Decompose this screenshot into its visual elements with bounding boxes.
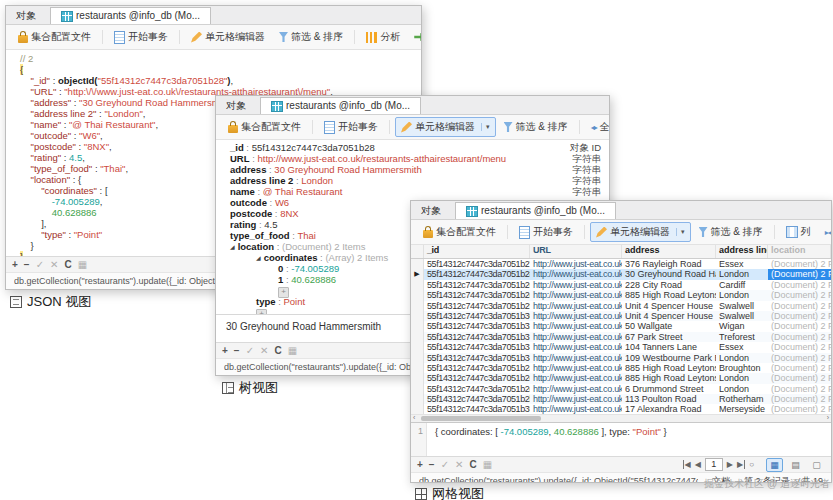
grid-cell[interactable]: 30 Greyhound Road Hamm	[622, 269, 716, 279]
grid-small-icon[interactable]: ▦	[288, 344, 297, 357]
grid-cell[interactable]: Swalwell	[716, 301, 768, 311]
grid-cell[interactable]: 55f14312c7447c3da7051b34	[424, 353, 530, 363]
scrollbar-thumb[interactable]	[421, 416, 541, 421]
grid-cell[interactable]: Swalwell	[716, 311, 768, 321]
collection-profile-button[interactable]: 集合配置文件	[417, 222, 502, 242]
grid-cell[interactable]: http://www.just-eat.co.uk/r	[530, 311, 622, 321]
grid-cell[interactable]: 376 Rayleigh Road	[622, 259, 716, 269]
grid-cell[interactable]: 50 Wallgate	[622, 321, 716, 331]
cancel-icon[interactable]: ✕	[260, 344, 268, 357]
grid-cell[interactable]: Wigan	[716, 321, 768, 331]
table-row[interactable]: 55f14312c7447c3da7051b2bhttp://www.just-…	[411, 394, 831, 404]
column-header[interactable]: URL	[530, 245, 622, 258]
table-row[interactable]: 55f14312c7447c3da7051b32http://www.just-…	[411, 321, 831, 331]
column-header[interactable]: address line 2	[716, 245, 768, 258]
row-gutter[interactable]	[411, 373, 424, 383]
grid-cell[interactable]: 17 Alexandra Road	[622, 404, 716, 414]
tab-objects[interactable]: 对象	[411, 203, 451, 219]
grid-cell[interactable]: Cardiff	[716, 280, 768, 290]
row-gutter[interactable]	[411, 321, 424, 331]
grid-cell[interactable]: http://www.just-eat.co.uk/r	[530, 394, 622, 404]
row-gutter[interactable]	[411, 384, 424, 394]
grid-cell[interactable]: 885 High Road Leytonstone	[622, 363, 716, 373]
dropdown-arrow-icon[interactable]: ▾	[481, 123, 490, 131]
table-row[interactable]: 55f14312c7447c3da7051b35http://www.just-…	[411, 404, 831, 414]
grid-cell[interactable]: 55f14312c7447c3da7051b2e	[424, 290, 530, 300]
refresh-icon[interactable]: C	[274, 344, 281, 357]
grid-cell[interactable]: (Document) 2 Fields	[768, 290, 831, 300]
page-number-input[interactable]: 1	[705, 458, 723, 471]
table-row[interactable]: 55f14312c7447c3da7051b31http://www.just-…	[411, 332, 831, 342]
grid-cell[interactable]: (Document) 2 Fields	[768, 342, 831, 352]
grid-cell[interactable]: Treforest	[716, 332, 768, 342]
row-gutter[interactable]	[411, 332, 424, 342]
grid-cell[interactable]: 113 Poulton Road	[622, 394, 716, 404]
first-page-icon[interactable]: ◀	[683, 460, 691, 469]
grid-cell[interactable]: 55f14312c7447c3da7051b2d	[424, 384, 530, 394]
grid-cell[interactable]: 55f14312c7447c3da7051b33	[424, 342, 530, 352]
grid-cell[interactable]: http://www.just-eat.co.uk/r	[530, 290, 622, 300]
grid-cell[interactable]: 109 Westbourne Park Road	[622, 353, 716, 363]
commit-icon[interactable]: ✓	[441, 458, 449, 471]
grid-cell[interactable]: http://www.just-eat.co.uk/r	[530, 363, 622, 373]
grid-cell[interactable]: http://www.just-eat.co.uk/r	[530, 269, 622, 279]
scroll-right-icon[interactable]: ›	[827, 414, 829, 421]
table-row[interactable]: 55f14312c7447c3da7051b2fhttp://www.just-…	[411, 301, 831, 311]
grid-view-toggle[interactable]: ▦	[766, 458, 783, 472]
row-gutter[interactable]: ▶	[411, 269, 424, 279]
grid-cell[interactable]: (Document) 2 Fields	[768, 404, 831, 414]
grid-cell[interactable]: Broughton	[716, 363, 768, 373]
start-transaction-button[interactable]: 开始事务	[318, 117, 384, 137]
expand-all-button[interactable]: ◂▸全部展开	[585, 117, 610, 137]
grid-cell[interactable]: Essex	[716, 342, 768, 352]
horizontal-scrollbar[interactable]: ‹ ›	[411, 414, 831, 422]
table-row[interactable]: 55f14312c7447c3da7051b30http://www.just-…	[411, 311, 831, 321]
grid-cell[interactable]: http://www.just-eat.co.uk/r	[530, 301, 622, 311]
grid-cell[interactable]: 55f14312c7447c3da7051b2c	[424, 373, 530, 383]
grid-cell[interactable]: (Document) 2 Fields	[768, 332, 831, 342]
grid-cell[interactable]: 55f14312c7447c3da7051b2a	[424, 363, 530, 373]
json-view-toggle[interactable]: ▢	[808, 458, 825, 472]
row-gutter[interactable]	[411, 280, 424, 290]
grid-cell[interactable]: http://www.just-eat.co.uk/r	[530, 259, 622, 269]
grid-cell[interactable]: 55f14312c7447c3da7051b26	[424, 280, 530, 290]
tree-row[interactable]: _id : 55f14312c7447c3da7051b28对象 ID	[216, 142, 609, 153]
next-page-icon[interactable]: ▶	[727, 460, 733, 469]
tree-row[interactable]: URL : http://www.just-eat.co.uk/restaura…	[216, 153, 609, 164]
last-page-icon[interactable]: ▶	[737, 460, 745, 469]
filter-sort-button[interactable]: 筛选 & 排序	[693, 222, 769, 242]
grid-cell[interactable]: Unit 4 Spencer House	[622, 311, 716, 321]
stop-icon[interactable]: ○	[749, 460, 754, 469]
columns-button[interactable]: 列	[780, 222, 817, 242]
cell-editor-button[interactable]: 单元格编辑器▾	[590, 222, 691, 242]
grid-cell[interactable]: Merseyside	[716, 404, 768, 414]
grid-cell[interactable]: (Document) 2 Fields	[768, 394, 831, 404]
tab-collection[interactable]: restaurants @info_db (Mo...	[50, 7, 211, 24]
commit-icon[interactable]: ✓	[246, 344, 254, 357]
grid-small-icon[interactable]: ▦	[78, 258, 87, 271]
grid-cell[interactable]: 55f14312c7447c3da7051b30	[424, 311, 530, 321]
grid-cell[interactable]: London	[716, 353, 768, 363]
table-row[interactable]: ▶55f14312c7447c3da7051b28http://www.just…	[411, 269, 831, 279]
row-gutter[interactable]	[411, 342, 424, 352]
grid-cell[interactable]: http://www.just-eat.co.uk/r	[530, 321, 622, 331]
grid-cell[interactable]: 885 High Road Leytonstone	[622, 373, 716, 383]
grid-small-icon[interactable]: ▦	[483, 458, 492, 471]
prev-page-icon[interactable]: ◀	[695, 460, 701, 469]
remove-document-icon[interactable]: −	[234, 344, 240, 357]
tree-row[interactable]: name : @ Thai Restaurant字符串	[216, 186, 609, 197]
grid-cell[interactable]: http://www.just-eat.co.uk/r	[530, 353, 622, 363]
filter-sort-button[interactable]: 筛选 & 排序	[498, 117, 574, 137]
grid-cell[interactable]: (Document) 2 Fields	[768, 311, 831, 321]
tree-view-toggle[interactable]: ▤	[787, 458, 804, 472]
grid-cell[interactable]: http://www.just-eat.co.uk/r	[530, 342, 622, 352]
grid-cell[interactable]: London	[716, 373, 768, 383]
tree-row[interactable]: address line 2 : London字符串	[216, 175, 609, 186]
grid-cell[interactable]: http://www.just-eat.co.uk/r	[530, 280, 622, 290]
collection-profile-button[interactable]: 集合配置文件	[222, 117, 307, 137]
grid-cell[interactable]: 104 Tanners Lane	[622, 342, 716, 352]
column-header[interactable]: _id	[424, 245, 530, 258]
grid-cell[interactable]: 55f14312c7447c3da7051b2f	[424, 301, 530, 311]
row-gutter[interactable]	[411, 394, 424, 404]
remove-document-icon[interactable]: −	[24, 258, 30, 271]
